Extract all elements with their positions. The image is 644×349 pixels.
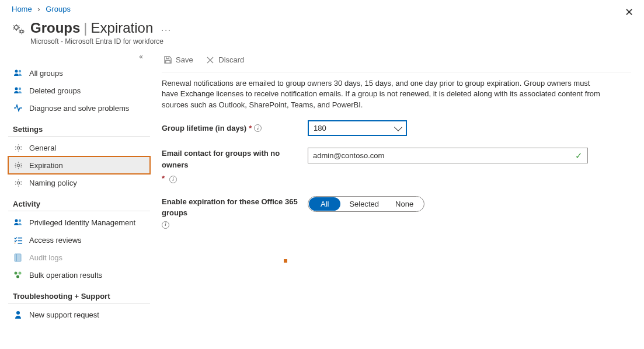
sidebar-item-label: General: [29, 144, 56, 152]
check-icon: ✓: [575, 151, 583, 161]
discard-icon: [206, 55, 215, 65]
email-label: Email contact for groups with no owners …: [162, 148, 308, 184]
svg-point-3: [19, 70, 21, 72]
sidebar-item-bulk-results[interactable]: Bulk operation results: [8, 266, 150, 284]
required-icon: *: [162, 173, 165, 184]
sidebar-item-label: All groups: [29, 69, 63, 78]
svg-point-13: [15, 272, 18, 275]
sidebar-item-label: Privileged Identity Management: [29, 218, 135, 227]
required-icon: *: [249, 124, 252, 132]
sidebar-item-label: Expiration: [29, 161, 63, 170]
gear-icon: [13, 143, 23, 152]
lifetime-dropdown[interactable]: 180: [308, 120, 407, 136]
notice-text: Renewal notifications are emailed to gro…: [162, 78, 605, 111]
sidebar-item-deleted-groups[interactable]: Deleted groups: [8, 82, 150, 99]
sidebar-item-diagnose[interactable]: Diagnose and solve problems: [8, 99, 150, 117]
sidebar-item-label: Deleted groups: [29, 86, 81, 95]
gear-icon: [13, 178, 23, 187]
page-header: Groups | Expiration ··· Microsoft - Micr…: [0, 16, 644, 46]
svg-point-4: [15, 88, 18, 90]
svg-point-0: [15, 26, 18, 29]
sidebar-item-label: Bulk operation results: [29, 271, 102, 280]
marker-dot: [284, 259, 287, 263]
page-title-main: Groups: [30, 20, 80, 36]
sidebar-item-access-reviews[interactable]: Access reviews: [8, 231, 150, 249]
users-icon: [13, 218, 23, 227]
command-bar: Save Discard: [162, 50, 631, 72]
title-separator: |: [83, 20, 87, 36]
sidebar-item-audit-logs[interactable]: Audit logs: [8, 249, 150, 266]
breadcrumb-groups[interactable]: Groups: [46, 5, 71, 13]
page-title-suffix: Expiration: [91, 20, 154, 36]
svg-point-10: [19, 219, 21, 222]
enable-label: Enable expiration for these Office 365 g…: [162, 196, 308, 229]
svg-point-16: [16, 311, 20, 315]
gear-icon: [12, 22, 26, 36]
main-content: Save Discard Renewal notifications are e…: [155, 50, 644, 323]
svg-point-8: [17, 182, 19, 184]
sidebar: « All groups Deleted groups Diagnose and…: [0, 50, 155, 323]
sidebar-item-general[interactable]: General: [8, 139, 150, 156]
save-button[interactable]: Save: [163, 55, 193, 64]
discard-button[interactable]: Discard: [206, 55, 244, 65]
segment-selected[interactable]: Selected: [341, 197, 387, 211]
chevron-right-icon: ›: [37, 5, 40, 13]
svg-point-9: [15, 219, 18, 222]
svg-rect-11: [15, 254, 21, 261]
lifetime-label: Group lifetime (in days) * i: [162, 124, 308, 132]
users-icon: [13, 68, 23, 78]
svg-point-6: [17, 146, 19, 149]
svg-point-7: [17, 164, 19, 166]
breadcrumb-home[interactable]: Home: [12, 5, 32, 13]
segment-none[interactable]: None: [387, 197, 422, 211]
collapse-icon[interactable]: «: [8, 53, 150, 61]
checklist-icon: [13, 235, 23, 245]
email-input[interactable]: admin@contoso.com ✓: [308, 148, 588, 163]
sidebar-item-label: Audit logs: [29, 253, 62, 262]
svg-point-14: [19, 272, 22, 275]
gear-icon: [13, 160, 23, 170]
svg-point-2: [15, 70, 18, 73]
page-subtitle: Microsoft - Microsoft Entra ID for workf…: [30, 37, 172, 46]
person-icon: [13, 310, 23, 319]
save-label: Save: [176, 55, 193, 64]
enable-segmented: All Selected None: [308, 196, 424, 212]
sidebar-section-settings: Settings: [8, 117, 150, 137]
sidebar-section-activity: Activity: [8, 191, 150, 211]
email-value: admin@contoso.com: [313, 151, 384, 160]
sidebar-item-all-groups[interactable]: All groups: [8, 64, 150, 82]
save-icon: [163, 55, 172, 64]
breadcrumb: Home › Groups: [0, 0, 644, 16]
sidebar-item-support-request[interactable]: New support request: [8, 306, 150, 323]
sidebar-item-expiration[interactable]: Expiration: [8, 156, 150, 174]
info-icon[interactable]: i: [169, 176, 177, 183]
more-icon[interactable]: ···: [161, 25, 172, 34]
sidebar-item-naming-policy[interactable]: Naming policy: [8, 174, 150, 191]
sidebar-item-label: New support request: [29, 310, 99, 319]
pulse-icon: [13, 103, 23, 113]
bulk-icon: [13, 270, 23, 280]
segment-all[interactable]: All: [309, 197, 340, 211]
lifetime-value: 180: [314, 124, 326, 132]
discard-label: Discard: [218, 55, 244, 64]
info-icon[interactable]: i: [162, 221, 169, 229]
svg-point-1: [20, 30, 23, 33]
sidebar-item-label: Naming policy: [29, 179, 77, 187]
close-icon[interactable]: ✕: [625, 6, 633, 19]
svg-point-5: [19, 88, 21, 90]
sidebar-section-trouble: Troubleshooting + Support: [8, 284, 150, 303]
book-icon: [13, 253, 23, 262]
sidebar-item-label: Diagnose and solve problems: [29, 104, 129, 113]
info-icon[interactable]: i: [254, 124, 262, 132]
svg-rect-12: [16, 254, 17, 261]
users-icon: [13, 86, 23, 95]
sidebar-item-pim[interactable]: Privileged Identity Management: [8, 214, 150, 231]
svg-point-15: [16, 275, 19, 278]
sidebar-item-label: Access reviews: [29, 236, 82, 245]
chevron-down-icon: [394, 123, 402, 131]
